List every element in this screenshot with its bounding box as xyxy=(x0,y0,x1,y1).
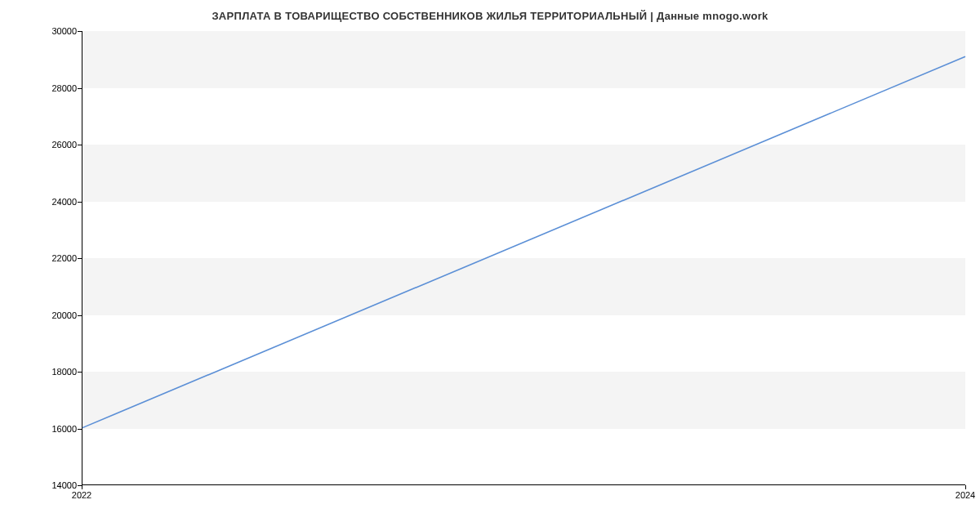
y-tick-label: 26000 xyxy=(28,140,77,149)
chart-title: ЗАРПЛАТА В ТОВАРИЩЕСТВО СОБСТВЕННИКОВ ЖИ… xyxy=(0,10,980,22)
y-tick-label: 16000 xyxy=(28,424,77,434)
y-tick-mark xyxy=(78,315,82,316)
y-tick-label: 20000 xyxy=(28,310,77,320)
y-tick-label: 28000 xyxy=(28,83,77,93)
plot-area xyxy=(82,31,965,485)
data-line xyxy=(82,56,965,427)
y-tick-mark xyxy=(78,88,82,89)
y-tick-mark xyxy=(78,145,82,145)
y-tick-mark xyxy=(78,31,82,32)
y-tick-label: 30000 xyxy=(28,26,77,36)
y-tick-label: 18000 xyxy=(28,367,77,377)
y-tick-label: 14000 xyxy=(28,480,77,490)
y-tick-label: 22000 xyxy=(28,253,77,263)
y-tick-mark xyxy=(78,258,82,259)
x-tick-mark xyxy=(965,485,966,489)
x-tick-mark xyxy=(82,485,82,489)
y-tick-mark xyxy=(78,202,82,203)
y-tick-mark xyxy=(78,372,82,373)
x-tick-label: 2024 xyxy=(956,490,975,500)
chart-container: ЗАРПЛАТА В ТОВАРИЩЕСТВО СОБСТВЕННИКОВ ЖИ… xyxy=(0,0,980,531)
chart-line-layer xyxy=(82,31,965,484)
y-tick-mark xyxy=(78,429,82,430)
y-tick-label: 24000 xyxy=(28,197,77,207)
x-tick-label: 2022 xyxy=(72,490,91,500)
